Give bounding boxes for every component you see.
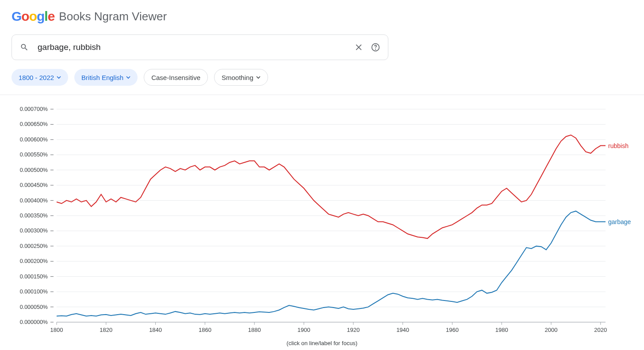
svg-text:0.000200%: 0.000200% bbox=[20, 258, 48, 264]
svg-text:0.000450%: 0.000450% bbox=[20, 182, 48, 188]
svg-text:0.000000%: 0.000000% bbox=[20, 319, 48, 325]
svg-point-3 bbox=[376, 49, 376, 49]
svg-text:1860: 1860 bbox=[199, 327, 211, 333]
ngram-chart[interactable]: 0.000000%0.000050%0.000100%0.000150%0.00… bbox=[0, 95, 644, 346]
series-rubbish[interactable] bbox=[57, 135, 606, 239]
search-input[interactable] bbox=[38, 42, 346, 52]
svg-text:0.000500%: 0.000500% bbox=[20, 167, 48, 173]
help-icon[interactable] bbox=[371, 43, 380, 52]
year-range-chip[interactable]: 1800 - 2022 bbox=[12, 69, 68, 86]
svg-text:0.000550%: 0.000550% bbox=[20, 152, 48, 158]
corpus-label: British English bbox=[81, 74, 123, 81]
svg-text:1820: 1820 bbox=[100, 327, 112, 333]
svg-text:0.000350%: 0.000350% bbox=[20, 213, 48, 219]
svg-text:1920: 1920 bbox=[347, 327, 360, 333]
chevron-down-icon bbox=[126, 75, 130, 80]
series-label-rubbish[interactable]: rubbish bbox=[608, 142, 629, 149]
svg-text:1940: 1940 bbox=[396, 327, 409, 333]
svg-text:1960: 1960 bbox=[446, 327, 459, 333]
series-garbage[interactable] bbox=[57, 211, 606, 316]
filter-chips: 1800 - 2022 British English Case-Insensi… bbox=[12, 69, 632, 86]
svg-text:0.000100%: 0.000100% bbox=[20, 289, 48, 295]
svg-text:1900: 1900 bbox=[298, 327, 310, 333]
search-icon bbox=[20, 43, 29, 52]
svg-text:2000: 2000 bbox=[545, 327, 558, 333]
close-icon[interactable] bbox=[354, 43, 363, 52]
case-label: Case-Insensitive bbox=[151, 74, 200, 81]
page-title: Google Books Ngram Viewer bbox=[12, 9, 632, 24]
svg-text:2020: 2020 bbox=[594, 327, 607, 333]
smoothing-label: Smoothing bbox=[222, 74, 253, 81]
google-logo: Google bbox=[12, 9, 54, 24]
svg-text:0.000300%: 0.000300% bbox=[20, 228, 48, 234]
chevron-down-icon bbox=[256, 75, 261, 80]
series-label-garbage[interactable]: garbage bbox=[608, 218, 631, 225]
svg-text:1880: 1880 bbox=[248, 327, 261, 333]
svg-text:1800: 1800 bbox=[50, 327, 63, 333]
svg-text:0.000650%: 0.000650% bbox=[20, 121, 48, 127]
year-range-label: 1800 - 2022 bbox=[19, 74, 54, 81]
svg-text:0.000700%: 0.000700% bbox=[20, 106, 48, 112]
chart-caption: (click on line/label for focus) bbox=[12, 340, 632, 346]
svg-text:1840: 1840 bbox=[149, 327, 162, 333]
case-chip[interactable]: Case-Insensitive bbox=[144, 69, 208, 86]
chevron-down-icon bbox=[57, 75, 61, 80]
svg-text:0.000050%: 0.000050% bbox=[20, 304, 48, 310]
product-name: Books Ngram Viewer bbox=[59, 10, 167, 23]
corpus-chip[interactable]: British English bbox=[74, 69, 138, 86]
svg-text:0.000150%: 0.000150% bbox=[20, 274, 48, 280]
svg-text:0.000400%: 0.000400% bbox=[20, 198, 48, 204]
svg-text:1980: 1980 bbox=[495, 327, 508, 333]
svg-text:0.000250%: 0.000250% bbox=[20, 243, 48, 249]
svg-text:0.000600%: 0.000600% bbox=[20, 137, 48, 143]
search-container bbox=[12, 34, 388, 60]
smoothing-chip[interactable]: Smoothing bbox=[214, 69, 268, 86]
